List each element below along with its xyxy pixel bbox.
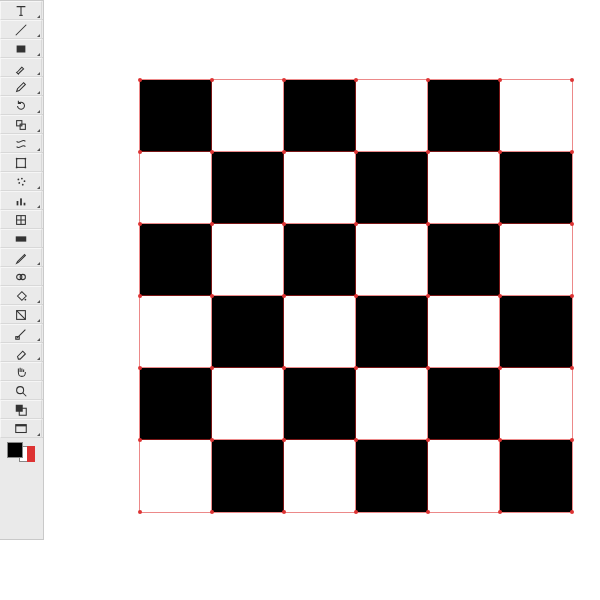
svg-point-19	[20, 274, 25, 279]
line-icon	[14, 23, 28, 37]
zoom-tool[interactable]	[0, 381, 42, 400]
square[interactable]	[140, 80, 212, 152]
svg-point-8	[18, 178, 20, 180]
rotate-tool[interactable]	[0, 96, 42, 115]
square[interactable]	[428, 152, 500, 224]
bucket-icon	[14, 289, 28, 303]
type-tool[interactable]	[0, 1, 42, 20]
pencil-icon	[14, 80, 28, 94]
square[interactable]	[284, 152, 356, 224]
eyedropper-tool[interactable]	[0, 248, 42, 267]
square[interactable]	[140, 152, 212, 224]
square[interactable]	[500, 152, 572, 224]
flyout-indicator-icon	[37, 338, 40, 341]
flyout-indicator-icon	[37, 53, 40, 56]
svg-rect-3	[17, 158, 26, 167]
checker-grid	[140, 80, 572, 512]
svg-point-11	[18, 182, 20, 184]
square[interactable]	[284, 368, 356, 440]
square[interactable]	[140, 440, 212, 512]
fill-stroke-swatches[interactable]	[0, 438, 43, 464]
live-paint-selection-tool[interactable]	[0, 305, 42, 324]
square[interactable]	[356, 224, 428, 296]
pencil-tool[interactable]	[0, 77, 42, 96]
rectangle-tool[interactable]	[0, 39, 42, 58]
square[interactable]	[212, 152, 284, 224]
square[interactable]	[212, 368, 284, 440]
square[interactable]	[356, 80, 428, 152]
flyout-indicator-icon	[37, 319, 40, 322]
square[interactable]	[212, 440, 284, 512]
square[interactable]	[500, 368, 572, 440]
square[interactable]	[428, 440, 500, 512]
flyout-indicator-icon	[37, 15, 40, 18]
flyout-indicator-icon	[37, 205, 40, 208]
warp-tool[interactable]	[0, 134, 42, 153]
square[interactable]	[500, 440, 572, 512]
square[interactable]	[140, 296, 212, 368]
line-segment-tool[interactable]	[0, 20, 42, 39]
zoom-icon	[14, 384, 28, 398]
square[interactable]	[428, 224, 500, 296]
square[interactable]	[212, 296, 284, 368]
svg-point-9	[21, 177, 23, 179]
gradient-tool[interactable]	[0, 229, 42, 248]
artboard[interactable]	[140, 80, 572, 512]
column-graph-tool[interactable]	[0, 191, 42, 210]
svg-rect-14	[20, 198, 22, 205]
live-paint-bucket-tool[interactable]	[0, 286, 42, 305]
square[interactable]	[428, 296, 500, 368]
flyout-indicator-icon	[37, 91, 40, 94]
square[interactable]	[284, 224, 356, 296]
square[interactable]	[212, 80, 284, 152]
square[interactable]	[212, 224, 284, 296]
flyout-indicator-icon	[37, 262, 40, 265]
hand-icon	[14, 365, 28, 379]
blend-tool[interactable]	[0, 267, 42, 286]
square[interactable]	[284, 296, 356, 368]
hand-tool[interactable]	[0, 362, 42, 381]
free-transform-tool[interactable]	[0, 153, 42, 172]
svg-point-6	[16, 166, 18, 168]
svg-point-7	[25, 166, 27, 168]
toolbox	[0, 0, 44, 540]
flyout-indicator-icon	[37, 110, 40, 113]
screen-mode[interactable]	[0, 419, 42, 438]
svg-rect-1	[17, 120, 22, 125]
svg-rect-2	[20, 124, 25, 129]
square[interactable]	[356, 152, 428, 224]
svg-rect-15	[24, 202, 26, 205]
svg-point-20	[25, 298, 27, 300]
flyout-indicator-icon	[37, 357, 40, 360]
slice-tool[interactable]	[0, 324, 42, 343]
square[interactable]	[356, 368, 428, 440]
square[interactable]	[500, 224, 572, 296]
square[interactable]	[356, 440, 428, 512]
rect-icon	[14, 42, 28, 56]
square[interactable]	[428, 80, 500, 152]
square[interactable]	[356, 296, 428, 368]
svg-point-12	[22, 183, 24, 185]
mesh-tool[interactable]	[0, 210, 42, 229]
square[interactable]	[428, 368, 500, 440]
square[interactable]	[284, 440, 356, 512]
fill-swatch[interactable]	[7, 442, 23, 458]
square[interactable]	[140, 224, 212, 296]
warp-icon	[14, 137, 28, 151]
flyout-indicator-icon	[37, 186, 40, 189]
square[interactable]	[500, 80, 572, 152]
square[interactable]	[500, 296, 572, 368]
paint-select-icon	[14, 308, 28, 322]
toggle-fill-stroke[interactable]	[0, 400, 42, 419]
symbol-sprayer-tool[interactable]	[0, 172, 42, 191]
square[interactable]	[284, 80, 356, 152]
square[interactable]	[140, 368, 212, 440]
screen-icon	[14, 422, 28, 436]
paintbrush-tool[interactable]	[0, 58, 42, 77]
eyedropper-icon	[14, 251, 28, 265]
flyout-indicator-icon	[37, 433, 40, 436]
flyout-indicator-icon	[37, 129, 40, 132]
svg-rect-17	[16, 236, 27, 241]
scale-tool[interactable]	[0, 115, 42, 134]
eraser-tool[interactable]	[0, 343, 42, 362]
